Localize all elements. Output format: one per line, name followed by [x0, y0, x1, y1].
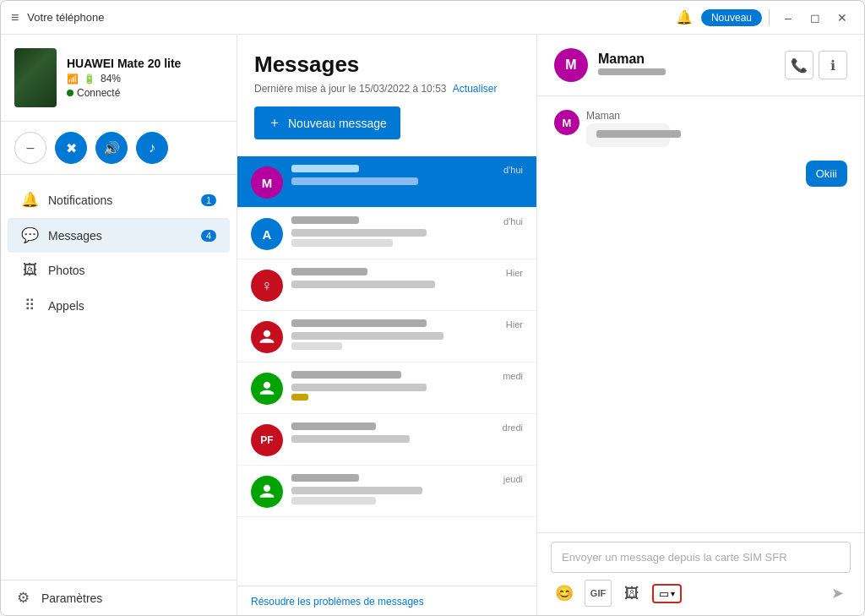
chat-header: M Maman 📞 ℹ	[537, 35, 864, 96]
conv-top: medi	[291, 371, 523, 381]
messages-subtitle: Dernière mise à jour le 15/03/2022 à 10:…	[254, 83, 520, 95]
messages-icon: 💬	[21, 226, 38, 244]
chat-header-info: Maman	[598, 52, 775, 79]
message-input[interactable]: Envoyer un message depuis la carte SIM S…	[551, 542, 851, 573]
conv-content: d'hui	[291, 216, 523, 249]
device-image	[14, 48, 57, 107]
battery-percentage: 84%	[101, 73, 121, 84]
nouveau-button[interactable]: Nouveau	[701, 9, 762, 26]
messages-header: Messages Dernière mise à jour le 15/03/2…	[237, 35, 536, 156]
sidebar: HUAWEI Mate 20 lite 📶 🔋 84% Connecté	[1, 35, 237, 615]
last-update-text: Dernière mise à jour le 15/03/2022 à 10:…	[254, 83, 446, 95]
info-button[interactable]: ℹ	[819, 51, 847, 79]
conversation-item[interactable]: jeudi	[237, 466, 536, 517]
minimize-button[interactable]: –	[776, 6, 800, 30]
conv-time: d'hui	[503, 216, 523, 226]
device-section: HUAWEI Mate 20 lite 📶 🔋 84% Connecté	[1, 35, 237, 122]
title-bar: ≡ Votre téléphone 🔔 Nouveau – ◻ ✕	[1, 1, 864, 35]
settings-item[interactable]: ⚙ Paramètres	[1, 580, 237, 615]
messages-label: Messages	[48, 229, 201, 243]
connected-row: Connecté	[67, 87, 223, 99]
received-message-bubble	[586, 123, 670, 147]
plus-icon: ＋	[268, 114, 281, 132]
conv-time: dredi	[503, 422, 523, 433]
notifications-label: Notifications	[48, 194, 201, 207]
conv-content: Hier	[291, 268, 523, 291]
conv-name	[291, 422, 376, 433]
solve-link[interactable]: Résoudre les problèmes de messages	[251, 596, 424, 608]
input-placeholder: Envoyer un message depuis la carte SIM S…	[562, 551, 787, 564]
sidebar-item-notifications[interactable]: 🔔 Notifications 1	[8, 183, 230, 217]
chat-actions: 📞 ℹ	[785, 51, 847, 79]
avatar: ♀	[251, 270, 283, 302]
message-group-sent: Okiii	[554, 161, 847, 187]
image-button[interactable]: 🖼	[618, 580, 645, 607]
sidebar-item-appels[interactable]: ⠿ Appels	[8, 288, 230, 323]
conversation-item[interactable]: PF dredi	[237, 414, 536, 466]
controls-row: – ✖ 🔊 ♪	[1, 122, 237, 175]
sim-icon: ▭	[659, 587, 669, 600]
battery-icon: 🔋	[84, 74, 95, 84]
chat-contact-number	[598, 67, 775, 79]
conv-time: medi	[503, 371, 523, 381]
device-leaf-graphic	[14, 48, 57, 107]
chat-avatar: M	[554, 48, 588, 82]
conv-time: jeudi	[503, 474, 523, 484]
avatar: PF	[251, 424, 283, 456]
appels-icon: ⠿	[21, 297, 38, 314]
conv-top: d'hui	[291, 165, 523, 175]
sidebar-item-messages[interactable]: 💬 Messages 4	[8, 218, 230, 253]
maximize-button[interactable]: ◻	[803, 6, 827, 30]
avatar	[251, 476, 283, 508]
conversation-item[interactable]: A d'hui	[237, 208, 536, 259]
chat-contact-name: Maman	[598, 52, 775, 67]
notifications-badge: 1	[201, 194, 216, 206]
sender-label: Maman	[586, 110, 691, 122]
send-button[interactable]: ➤	[824, 580, 851, 607]
close-button[interactable]: ✕	[830, 6, 854, 30]
message-info: Maman	[586, 110, 691, 147]
settings-icon: ⚙	[14, 589, 31, 607]
conv-name	[291, 165, 359, 175]
conv-top: dredi	[291, 422, 523, 433]
nav-section: 🔔 Notifications 1 💬 Messages 4 🖼 Photos …	[1, 175, 237, 580]
conv-name	[291, 268, 367, 278]
photos-icon: 🖼	[21, 262, 38, 279]
conversation-item[interactable]: Hier	[237, 311, 536, 363]
notifications-icon: 🔔	[21, 191, 38, 209]
messages-footer: Résoudre les problèmes de messages	[237, 586, 536, 615]
sim-select-button[interactable]: ▭ ▾	[652, 584, 682, 603]
sidebar-item-photos[interactable]: 🖼 Photos	[8, 253, 230, 287]
volume-button[interactable]: 🔊	[95, 132, 128, 164]
conversation-item[interactable]: ♀ Hier	[237, 259, 536, 311]
actualiser-link[interactable]: Actualiser	[453, 83, 498, 95]
new-message-button[interactable]: ＋ Nouveau message	[254, 106, 400, 139]
photos-label: Photos	[48, 264, 216, 277]
emoji-button[interactable]: 😊	[551, 580, 578, 607]
avatar	[251, 321, 283, 353]
messages-title: Messages	[254, 52, 520, 78]
avatar: M	[251, 166, 283, 199]
conv-content: medi	[291, 371, 523, 403]
conversation-item[interactable]: M d'hui	[237, 156, 536, 208]
messages-panel: Messages Dernière mise à jour le 15/03/2…	[237, 35, 537, 615]
bluetooth-button[interactable]: ✖	[55, 132, 87, 164]
mute-button[interactable]: –	[14, 132, 46, 164]
call-button[interactable]: 📞	[785, 51, 813, 79]
conv-content: jeudi	[291, 474, 523, 507]
gif-button[interactable]: GIF	[585, 580, 612, 607]
conversation-item[interactable]: medi	[237, 363, 536, 414]
music-button[interactable]: ♪	[136, 132, 168, 164]
sent-message-text: Okiii	[816, 167, 837, 180]
sent-message-bubble: Okiii	[806, 161, 847, 187]
hamburger-icon[interactable]: ≡	[11, 10, 19, 25]
chat-toolbar: 😊 GIF 🖼 ▭ ▾ ➤	[551, 580, 851, 607]
avatar	[251, 373, 283, 405]
title-bar-right: 🔔 Nouveau – ◻ ✕	[676, 6, 854, 30]
message-group-received: M Maman	[554, 110, 847, 152]
device-card: HUAWEI Mate 20 lite 📶 🔋 84% Connecté	[14, 48, 223, 107]
device-info: HUAWEI Mate 20 lite 📶 🔋 84% Connecté	[67, 57, 223, 99]
bell-icon[interactable]: 🔔	[676, 9, 693, 25]
app-window: ≡ Votre téléphone 🔔 Nouveau – ◻ ✕ HUAW	[0, 0, 865, 616]
conv-content: Hier	[291, 319, 523, 352]
